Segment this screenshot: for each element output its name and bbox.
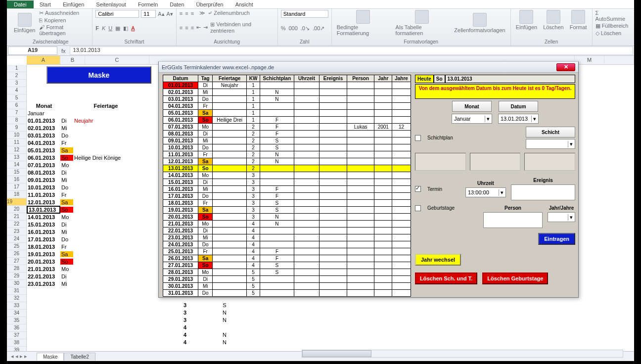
termin-label: Termin	[427, 186, 442, 192]
copy-button[interactable]: ⎘ Kopieren	[39, 17, 89, 23]
menu-file[interactable]: Datei	[7, 0, 34, 8]
group-clipboard-label: Zwischenablage	[12, 39, 89, 45]
ereignis-input[interactable]	[511, 184, 575, 200]
cell-styles-button[interactable]: Zellenformatvorlagen	[452, 13, 507, 33]
menu-ansicht[interactable]: Ansicht	[229, 0, 259, 8]
calendar-table: DatumTagFeiertageKWSchichtplanUhrzeitEre…	[163, 75, 411, 297]
name-box[interactable]: A19	[8, 46, 57, 55]
panel-3	[524, 153, 575, 171]
header-monat: Monat	[27, 103, 60, 109]
col-header-c[interactable]: C	[85, 56, 149, 64]
datum-select[interactable]: 13.01.2013▾	[498, 114, 539, 124]
group-align-label: Ausrichtung	[180, 39, 275, 45]
formula-bar: A19 fx 13.01.2013	[7, 46, 634, 56]
header-feiertage: Feiertage	[73, 103, 137, 109]
ereignis-label: Ereignis	[533, 178, 552, 183]
shrink-font-icon[interactable]: A▾	[167, 11, 173, 17]
heute-date: 13.01.2013	[445, 75, 575, 83]
fill-button[interactable]: ▦ Füllbereich	[595, 23, 629, 29]
uhrzeit-select[interactable]: 13:00:00▾	[465, 187, 506, 197]
month-label: Januar	[27, 110, 60, 116]
col-header-b[interactable]: B	[60, 56, 85, 64]
panel-1	[415, 153, 466, 171]
cut-button[interactable]: ✂ Ausschneiden	[39, 10, 89, 16]
menu-einfuegen[interactable]: Einfügen	[57, 0, 90, 8]
terminkalender-dialog: ErGGxls Terminkalender www.excel-.npage.…	[158, 61, 579, 298]
heute-label: Heute	[415, 75, 434, 83]
menu-daten[interactable]: Daten	[164, 0, 190, 8]
sheet-tabs: ◂ ◂ ▸ ▸ Maske Tabelle2	[7, 351, 634, 361]
panel-2	[470, 153, 521, 171]
person-label: Person	[504, 205, 521, 211]
uhrzeit-label: Uhrzeit	[477, 181, 494, 186]
maske-button[interactable]: Maske	[46, 66, 151, 84]
font-size-select[interactable]	[141, 10, 156, 18]
jahrjahre-label: Jahr/Jahre	[549, 205, 574, 211]
menubar: Datei Start Einfügen Seitenlayout Formel…	[7, 0, 634, 9]
loeschen-geb-button[interactable]: Löschen Geburtstage	[482, 273, 548, 284]
italic-button[interactable]: K	[102, 25, 105, 31]
dialog-title: ErGGxls Terminkalender www.excel-.npage.…	[162, 64, 556, 70]
horizontal-scrollbar[interactable]	[302, 350, 623, 358]
monat-select[interactable]: Januar▾	[452, 114, 492, 124]
termin-checkbox[interactable]	[415, 186, 421, 192]
wrap-text-button[interactable]: ⤶ Zeilenumbruch	[208, 10, 250, 16]
jahrwechsel-button[interactable]: Jahr wechsel	[415, 254, 461, 266]
underline-button[interactable]: U	[108, 25, 112, 31]
menu-seitenlayout[interactable]: Seitenlayout	[90, 0, 132, 8]
group-number-label: Zahl	[281, 39, 328, 45]
person-input[interactable]	[483, 212, 543, 228]
tab-maske[interactable]: Maske	[37, 353, 64, 361]
col-header-a[interactable]: A	[27, 56, 60, 64]
align-top-icon[interactable]: ≡	[180, 10, 183, 16]
format-painter-button[interactable]: 🖌 Format übertragen	[39, 24, 89, 36]
grow-font-icon[interactable]: A▴	[158, 11, 164, 17]
number-format-select[interactable]	[281, 10, 328, 18]
monat-button[interactable]: Monat	[452, 101, 492, 112]
schichtplan-checkbox[interactable]	[415, 135, 421, 141]
font-color-button[interactable]: A	[131, 25, 135, 31]
schichtplan-label: Schichtplan	[427, 135, 453, 140]
format-cells-button[interactable]: Format	[568, 10, 589, 30]
geburtstage-checkbox[interactable]	[415, 205, 421, 211]
geburtstage-label: Geburtstage	[427, 205, 455, 211]
bold-button[interactable]: F	[95, 25, 99, 31]
paste-button[interactable]: Einfügen	[12, 13, 37, 33]
fill-color-button[interactable]: ◧	[123, 25, 128, 32]
autosum-button[interactable]: Σ AutoSumme	[595, 10, 629, 22]
group-font-label: Schriftart	[95, 39, 173, 45]
fx-icon[interactable]: fx	[59, 48, 68, 54]
schicht-button[interactable]: Schicht	[526, 127, 575, 137]
menu-start[interactable]: Start	[34, 0, 57, 8]
delete-cells-button[interactable]: Löschen	[541, 10, 566, 30]
days-msg: Von dem ausgewähltem Datum bis zum Heute…	[415, 84, 575, 99]
jahr-select[interactable]: ▾	[548, 212, 575, 222]
loeschen-sch-button[interactable]: Löschen Sch. und T.	[415, 273, 477, 284]
ribbon: Einfügen ✂ Ausschneiden ⎘ Kopieren 🖌 For…	[7, 9, 634, 46]
merge-button[interactable]: ⊞ Verbinden und zentrieren	[210, 21, 275, 34]
menu-ueberpruefen[interactable]: Überprüfen	[190, 0, 229, 8]
formula-input[interactable]: 13.01.2013	[70, 46, 633, 55]
clear-button[interactable]: ◇ Löschen	[595, 30, 629, 37]
menu-formeln[interactable]: Formeln	[132, 0, 164, 8]
insert-cells-button[interactable]: Einfügen	[514, 10, 539, 30]
datum-button[interactable]: Datum	[499, 101, 538, 112]
group-cells-label: Zellen	[514, 39, 589, 45]
tab-tabelle2[interactable]: Tabelle2	[64, 353, 95, 361]
group-styles-label: Formatvorlagen	[335, 39, 507, 45]
heute-weekday: So	[434, 75, 445, 83]
close-button[interactable]: ✕	[556, 63, 575, 71]
eintragen-button[interactable]: Eintragen	[538, 233, 575, 245]
border-button[interactable]: ▦	[115, 25, 120, 32]
cond-format-button[interactable]: Bedingte Formatierung	[335, 10, 392, 36]
schicht-select[interactable]: ▾	[526, 139, 575, 149]
font-name-select[interactable]	[95, 10, 139, 18]
col-header-m[interactable]: M	[575, 56, 604, 64]
table-format-button[interactable]: Als Tabelle formatieren	[394, 10, 451, 36]
